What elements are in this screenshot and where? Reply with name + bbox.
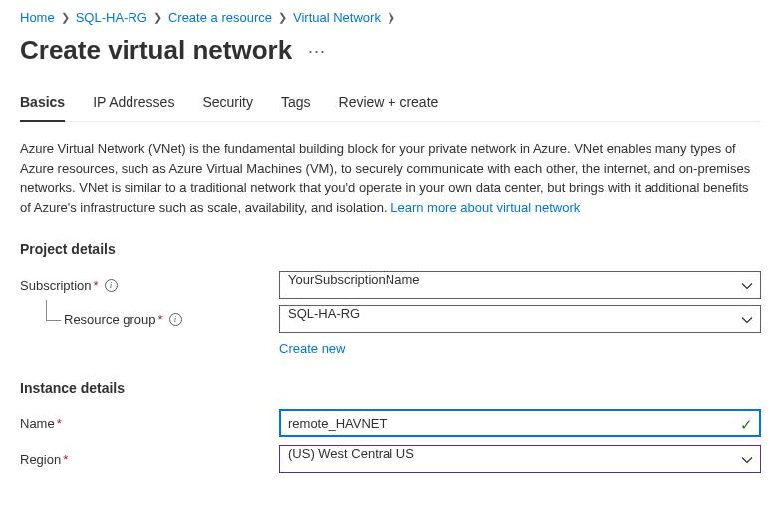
description-text: Azure Virtual Network (VNet) is the fund… (20, 139, 761, 217)
breadcrumb-link-home[interactable]: Home (20, 10, 55, 25)
required-indicator-icon: * (158, 312, 163, 327)
chevron-right-icon: ❯ (61, 11, 70, 24)
info-icon[interactable]: i (169, 313, 182, 326)
name-label: Name (20, 416, 55, 431)
subscription-label: Subscription (20, 278, 92, 293)
chevron-right-icon: ❯ (387, 11, 395, 24)
resource-group-select[interactable]: SQL-HA-RG (279, 305, 761, 333)
checkmark-icon: ✓ (740, 416, 753, 434)
breadcrumb-link-rg[interactable]: SQL-HA-RG (76, 10, 147, 25)
subscription-select[interactable]: YourSubscriptionName (279, 271, 761, 299)
page-title: Create virtual network (20, 35, 292, 66)
resource-group-label: Resource group (64, 312, 156, 327)
tabs: Basics IP Addresses Security Tags Review… (20, 88, 761, 122)
region-label: Region (20, 452, 61, 467)
chevron-right-icon: ❯ (153, 11, 162, 24)
required-indicator-icon: * (57, 416, 62, 431)
tab-basics[interactable]: Basics (20, 88, 65, 122)
breadcrumb-link-vnet[interactable]: Virtual Network (293, 10, 381, 25)
learn-more-link[interactable]: Learn more about virtual network (390, 200, 580, 215)
tab-tags[interactable]: Tags (281, 88, 311, 122)
chevron-right-icon: ❯ (278, 11, 287, 24)
project-details-heading: Project details (20, 241, 761, 257)
breadcrumb: Home ❯ SQL-HA-RG ❯ Create a resource ❯ V… (20, 10, 761, 25)
tab-review-create[interactable]: Review + create (339, 88, 439, 122)
info-icon[interactable]: i (105, 279, 118, 292)
breadcrumb-link-create[interactable]: Create a resource (168, 10, 272, 25)
region-select[interactable]: (US) West Central US (279, 445, 761, 473)
create-new-link[interactable]: Create new (279, 341, 345, 356)
required-indicator-icon: * (94, 278, 99, 293)
name-input[interactable] (279, 409, 761, 437)
more-actions-icon[interactable]: ··· (308, 42, 326, 60)
instance-details-heading: Instance details (20, 380, 761, 396)
required-indicator-icon: * (63, 452, 68, 467)
tab-ip-addresses[interactable]: IP Addresses (93, 88, 174, 122)
tab-security[interactable]: Security (202, 88, 253, 122)
